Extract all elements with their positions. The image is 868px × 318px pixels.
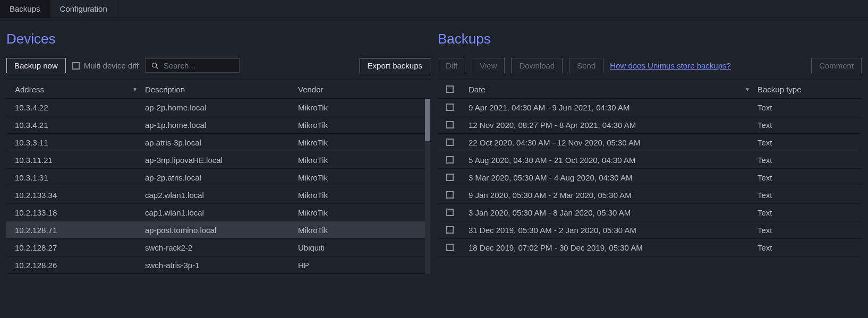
table-row[interactable]: 10.2.128.27swch-rack2-2Ubiquiti [6, 239, 430, 256]
cell-description: ap.atris-3p.local [145, 138, 298, 147]
table-row[interactable]: 22 Oct 2020, 04:30 AM - 12 Nov 2020, 05:… [438, 134, 862, 151]
cell-address: 10.2.128.27 [15, 243, 145, 252]
cell-backup-type: Text [758, 121, 853, 130]
table-row[interactable]: 9 Jan 2020, 05:30 AM - 2 Mar 2020, 05:30… [438, 186, 862, 204]
cell-date: 22 Oct 2020, 04:30 AM - 12 Nov 2020, 05:… [469, 138, 758, 147]
search-icon [151, 62, 159, 70]
table-row[interactable]: 10.3.11.21ap-3np.lipovaHE.localMikroTik [6, 151, 430, 169]
cell-description: ap-2p.atris.local [145, 173, 298, 182]
table-row[interactable]: 10.2.128.26swch-atris-3p-1HP [6, 256, 430, 274]
cell-vendor: MikroTik [298, 121, 422, 130]
cell-description: swch-rack2-2 [145, 243, 298, 252]
cell-checkbox [446, 244, 469, 251]
cell-backup-type: Text [758, 173, 853, 182]
comment-button[interactable]: Comment [811, 58, 862, 73]
cell-checkbox [446, 156, 469, 164]
send-button[interactable]: Send [569, 58, 603, 73]
cell-address: 10.3.4.21 [15, 121, 145, 130]
table-row[interactable]: 5 Aug 2020, 04:30 AM - 21 Oct 2020, 04:3… [438, 151, 862, 169]
table-row[interactable]: 10.3.4.21ap-1p.home.localMikroTik [6, 116, 430, 134]
col-date[interactable]: Date [469, 85, 486, 94]
table-row[interactable]: 18 Dec 2019, 07:02 PM - 30 Dec 2019, 05:… [438, 239, 862, 256]
diff-button[interactable]: Diff [438, 58, 465, 73]
cell-checkbox [446, 121, 469, 128]
search-input[interactable] [164, 61, 234, 70]
row-checkbox[interactable] [446, 209, 454, 216]
cell-vendor: MikroTik [298, 173, 422, 182]
devices-table-header: Address ▼ Description Vendor [6, 80, 430, 99]
row-checkbox[interactable] [446, 139, 454, 146]
sort-indicator-icon: ▼ [132, 87, 138, 92]
table-row[interactable]: 3 Jan 2020, 05:30 AM - 8 Jan 2020, 05:30… [438, 204, 862, 221]
view-button[interactable]: View [472, 58, 505, 73]
table-row[interactable]: 10.2.133.18cap1.wlan1.localMikroTik [6, 204, 430, 221]
table-row[interactable]: 10.3.3.11ap.atris-3p.localMikroTik [6, 134, 430, 151]
cell-checkbox [446, 139, 469, 146]
col-backup-type[interactable]: Backup type [758, 85, 853, 94]
cell-backup-type: Text [758, 226, 853, 235]
cell-checkbox [446, 191, 469, 199]
backup-now-button[interactable]: Backup now [6, 58, 66, 73]
cell-address: 10.2.128.71 [15, 226, 145, 235]
checkbox-icon [72, 62, 80, 70]
cell-vendor: MikroTik [298, 156, 422, 165]
download-button[interactable]: Download [511, 58, 563, 73]
cell-description: ap-post.tomino.local [145, 226, 298, 235]
cell-backup-type: Text [758, 156, 853, 165]
table-row[interactable]: 3 Mar 2020, 05:30 AM - 4 Aug 2020, 04:30… [438, 169, 862, 186]
table-row[interactable]: 31 Dec 2019, 05:30 AM - 2 Jan 2020, 05:3… [438, 221, 862, 239]
col-description[interactable]: Description [145, 85, 298, 94]
row-checkbox[interactable] [446, 156, 454, 164]
row-checkbox[interactable] [446, 244, 454, 251]
table-row[interactable]: 10.2.128.71ap-post.tomino.localMikroTik [6, 221, 430, 239]
table-row[interactable]: 10.3.1.31ap-2p.atris.localMikroTik [6, 169, 430, 186]
search-input-wrap[interactable] [145, 58, 240, 73]
cell-vendor: HP [298, 261, 422, 270]
row-checkbox[interactable] [446, 104, 454, 111]
cell-vendor: MikroTik [298, 208, 422, 217]
devices-scrollbar[interactable] [425, 99, 430, 274]
row-checkbox[interactable] [446, 174, 454, 181]
col-vendor[interactable]: Vendor [298, 85, 422, 94]
cell-backup-type: Text [758, 191, 853, 200]
devices-table: Address ▼ Description Vendor 10.3.4.22ap… [6, 80, 430, 274]
select-all-checkbox[interactable] [446, 85, 454, 93]
table-row[interactable]: 12 Nov 2020, 08:27 PM - 8 Apr 2021, 04:3… [438, 116, 862, 134]
cell-backup-type: Text [758, 103, 853, 112]
multi-device-diff-label: Multi device diff [84, 61, 139, 70]
cell-vendor: MikroTik [298, 138, 422, 147]
cell-description: ap-1p.home.local [145, 121, 298, 130]
cell-checkbox [446, 226, 469, 234]
row-checkbox[interactable] [446, 121, 454, 128]
cell-address: 10.3.11.21 [15, 156, 145, 165]
cell-vendor: MikroTik [298, 191, 422, 200]
backups-table: Date ▼ Backup type 9 Apr 2021, 04:30 AM … [438, 80, 862, 256]
backups-table-body: 9 Apr 2021, 04:30 AM - 9 Jun 2021, 04:30… [438, 99, 862, 256]
cell-address: 10.2.128.26 [15, 261, 145, 270]
svg-line-1 [156, 66, 158, 68]
cell-date: 9 Jan 2020, 05:30 AM - 2 Mar 2020, 05:30… [469, 191, 758, 200]
cell-address: 10.2.133.18 [15, 208, 145, 217]
row-checkbox[interactable] [446, 191, 454, 199]
table-row[interactable]: 10.3.4.22ap-2p.home.localMikroTik [6, 99, 430, 116]
cell-date: 12 Nov 2020, 08:27 PM - 8 Apr 2021, 04:3… [469, 121, 758, 130]
devices-panel: Devices Backup now Multi device diff Exp… [6, 18, 430, 274]
cell-vendor: MikroTik [298, 226, 422, 235]
help-link[interactable]: How does Unimus store backups? [610, 61, 731, 70]
row-checkbox[interactable] [446, 226, 454, 234]
col-address[interactable]: Address [15, 85, 44, 94]
table-row[interactable]: 9 Apr 2021, 04:30 AM - 9 Jun 2021, 04:30… [438, 99, 862, 116]
scroll-thumb[interactable] [425, 99, 430, 141]
cell-date: 3 Jan 2020, 05:30 AM - 8 Jan 2020, 05:30… [469, 208, 758, 217]
export-backups-button[interactable]: Export backups [360, 58, 430, 73]
multi-device-diff-toggle[interactable]: Multi device diff [72, 61, 139, 70]
svg-point-0 [152, 63, 156, 67]
tab-configuration[interactable]: Configuration [50, 0, 117, 18]
table-row[interactable]: 10.2.133.34cap2.wlan1.localMikroTik [6, 186, 430, 204]
backups-title: Backups [438, 18, 862, 58]
devices-table-body: 10.3.4.22ap-2p.home.localMikroTik10.3.4.… [6, 99, 430, 274]
sort-indicator-icon: ▼ [745, 87, 750, 92]
tab-backups[interactable]: Backups [0, 0, 50, 18]
backups-table-header: Date ▼ Backup type [438, 80, 862, 99]
devices-toolbar: Backup now Multi device diff Export back… [6, 58, 430, 80]
